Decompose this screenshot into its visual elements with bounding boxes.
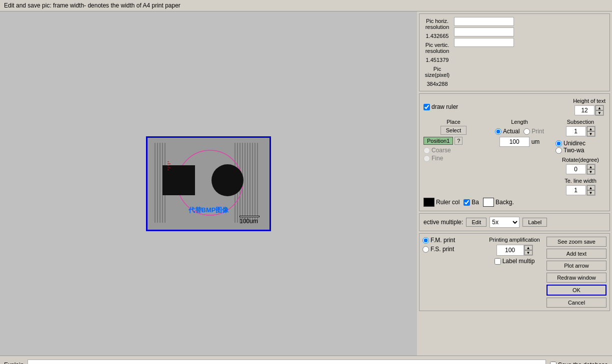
label-multip-label: Label multip xyxy=(494,258,535,265)
explain-label: Explain xyxy=(4,362,24,364)
save-database-label: Save the database xyxy=(558,362,608,364)
height-spinner: ▲ ▼ xyxy=(595,105,604,116)
label-multip-checkbox[interactable] xyxy=(494,258,501,265)
vert-res-value: 1.451379 xyxy=(425,56,450,64)
actual-radio[interactable] xyxy=(495,128,502,135)
resolution-box: Pic horiz. resolution 1.432665 Pic verti… xyxy=(419,13,610,91)
print-amp-input[interactable] xyxy=(496,245,524,256)
fs-print-radio[interactable] xyxy=(422,246,429,253)
background-checkbox-label: Ba xyxy=(464,199,479,206)
cancel-button[interactable]: Cancel xyxy=(546,298,606,308)
coarse-fine-group: Coarse Fine xyxy=(424,147,484,162)
coarse-radio-label[interactable]: Coarse xyxy=(424,147,484,154)
draw-ruler-label: draw ruler xyxy=(432,103,458,110)
background-checkbox[interactable] xyxy=(464,199,470,206)
fine-radio-label[interactable]: Fine xyxy=(424,155,484,162)
subsection-spin-up[interactable]: ▲ xyxy=(587,126,595,131)
two-way-radio[interactable] xyxy=(556,147,562,154)
backg-color-box[interactable] xyxy=(483,198,494,207)
ruler-color-box[interactable] xyxy=(424,198,434,207)
print-amp-spin-down[interactable]: ▼ xyxy=(524,250,532,255)
rotate-spin-up[interactable]: ▲ xyxy=(587,164,595,169)
title-bar: Edit and save pic: frame width- denotes … xyxy=(0,0,612,11)
background-label: Ba xyxy=(472,199,479,206)
print-radio[interactable] xyxy=(524,128,530,135)
label-multip-text: Label multip xyxy=(502,258,535,265)
multiple-label: ective multiple: xyxy=(424,219,463,226)
save-database-checkbox[interactable] xyxy=(550,362,556,364)
backg-section: Backg. xyxy=(483,198,514,207)
print-radio-label[interactable]: Print xyxy=(524,128,544,135)
position-row: Position1 ? xyxy=(424,137,484,145)
ok-button[interactable]: OK xyxy=(546,285,606,296)
direction-group: Unidirec Two-wa xyxy=(556,140,606,154)
te-line-width-group: Te. line width ▲ ▼ xyxy=(556,178,606,196)
ruler-color-label: Ruler col xyxy=(436,199,460,206)
fine-radio[interactable] xyxy=(424,155,430,162)
print-radio-col: F.M. print F.S. print xyxy=(422,237,482,253)
te-line-width-input[interactable] xyxy=(566,185,586,195)
draw-ruler-checkbox[interactable] xyxy=(424,104,430,110)
height-spin-down[interactable]: ▼ xyxy=(596,110,604,115)
see-zoom-save-button[interactable]: See zoom save xyxy=(546,237,606,247)
plot-arrow-button[interactable]: Plot arrow xyxy=(546,261,606,271)
print-amp-spin-up[interactable]: ▲ xyxy=(524,245,532,250)
fm-print-label[interactable]: F.M. print xyxy=(422,237,482,244)
res-inputs xyxy=(454,17,514,47)
question-button[interactable]: ? xyxy=(454,137,462,145)
unidirec-radio[interactable] xyxy=(556,140,562,147)
size-value: 384x288 xyxy=(426,80,448,88)
ruler-right-col: Subsection ▲ ▼ Unidirec xyxy=(556,119,606,196)
rotate-spin-down[interactable]: ▼ xyxy=(587,169,595,174)
size-input[interactable] xyxy=(454,38,514,47)
edit-button[interactable]: Edit xyxy=(466,218,486,227)
redraw-window-button[interactable]: Redraw window xyxy=(546,273,606,283)
ruler-color-section: Ruler col xyxy=(424,198,460,207)
vert-res-input[interactable] xyxy=(454,27,514,36)
label-button[interactable]: Label xyxy=(522,218,547,227)
length-unit: um xyxy=(532,138,540,145)
subsection-label: Subsection xyxy=(567,119,594,125)
subsection-input[interactable] xyxy=(566,126,586,136)
rotate-label: Rotate(degree) xyxy=(562,157,599,163)
te-line-width-spinner: ▲ ▼ xyxy=(586,185,596,196)
height-of-text-label: Height of text xyxy=(573,98,606,104)
length-input[interactable] xyxy=(500,137,530,147)
save-database-checkbox-label: Save the database xyxy=(550,362,608,364)
print-amp-label: Printing amplification xyxy=(489,237,540,243)
image-placeholder-label: 代替BMP图像 xyxy=(188,206,229,215)
coarse-radio[interactable] xyxy=(424,147,430,154)
print-amp-input-row: ▲ ▼ xyxy=(496,245,533,256)
subsection-spin-down[interactable]: ▼ xyxy=(587,131,595,136)
actual-radio-label[interactable]: Actual xyxy=(495,128,520,135)
te-line-width-spin-up[interactable]: ▲ xyxy=(587,185,595,190)
size-label: Pic size(pixel) xyxy=(422,65,452,79)
height-of-text-control: ▲ ▼ xyxy=(574,105,604,116)
select-button[interactable]: Select xyxy=(440,126,467,135)
explain-input[interactable] xyxy=(28,360,546,364)
ruler-left-col: Place Select Position1 ? Coarse xyxy=(424,119,484,196)
add-text-button[interactable]: Add text xyxy=(546,249,606,259)
scale-bar: 100um xyxy=(240,216,260,225)
print-amp-section: Printing amplification ▲ ▼ Label multip xyxy=(484,237,544,265)
fm-print-radio[interactable] xyxy=(422,237,429,244)
length-input-row: um xyxy=(500,137,540,147)
two-way-label[interactable]: Two-wa xyxy=(556,147,606,154)
multiple-box: ective multiple: Edit 5x 2x 10x 20x 40x … xyxy=(419,213,610,231)
horiz-res-input[interactable] xyxy=(454,17,514,26)
length-label: Length xyxy=(511,119,528,125)
length-section: Length Actual Print um xyxy=(486,119,554,196)
te-line-width-label: Te. line width xyxy=(564,178,596,184)
height-spin-up[interactable]: ▲ xyxy=(596,105,604,110)
position-button[interactable]: Position1 xyxy=(424,137,453,145)
print-amp-spinner: ▲ ▼ xyxy=(524,245,533,256)
svg-point-18 xyxy=(212,164,244,196)
fs-print-label[interactable]: F.S. print xyxy=(422,246,482,253)
subsection-spinner: ▲ ▼ xyxy=(586,126,596,137)
multiple-select[interactable]: 5x 2x 10x 20x 40x 100x xyxy=(490,217,520,228)
rotate-input[interactable] xyxy=(566,164,586,174)
unidirec-label[interactable]: Unidirec xyxy=(556,140,606,147)
right-panel: Pic horiz. resolution 1.432665 Pic verti… xyxy=(417,11,612,356)
te-line-width-spin-down[interactable]: ▼ xyxy=(587,190,595,195)
height-of-text-input[interactable] xyxy=(574,105,594,115)
